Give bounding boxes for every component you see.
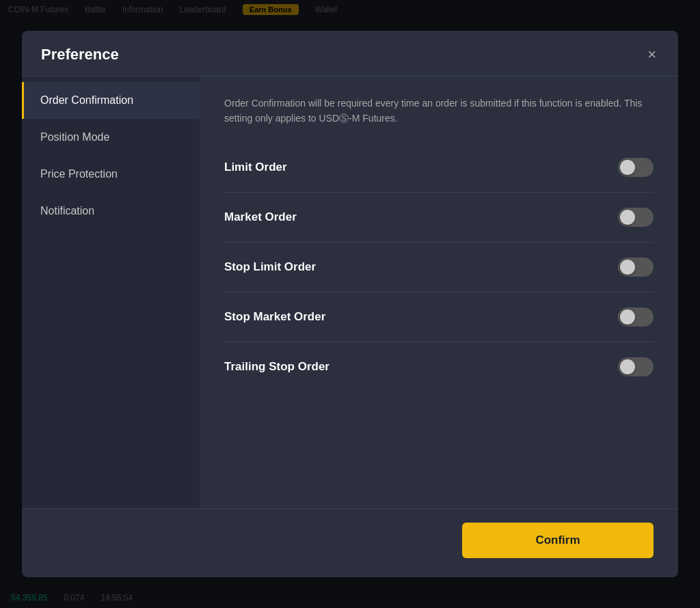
toggle-label-limit-order: Limit Order (224, 161, 287, 174)
sidebar-item-order-confirmation[interactable]: Order Confirmation (22, 82, 200, 119)
toggle-thumb (620, 309, 635, 324)
preference-modal: Preference × Order Confirmation Position… (22, 31, 678, 577)
modal-footer: Confirm (22, 508, 678, 577)
toggle-row-stop-market-order: Stop Market Order (224, 292, 654, 342)
toggle-stop-market-order[interactable] (618, 307, 654, 327)
toggle-row-market-order: Market Order (224, 193, 654, 243)
sidebar-item-price-protection[interactable]: Price Protection (22, 156, 200, 193)
modal-title: Preference (41, 46, 119, 64)
toggle-thumb (620, 260, 635, 275)
sidebar-item-label: Price Protection (40, 168, 118, 180)
toggle-row-stop-limit-order: Stop Limit Order (224, 243, 654, 292)
toggle-label-stop-market-order: Stop Market Order (224, 310, 325, 324)
toggle-thumb (620, 160, 635, 175)
toggle-row-trailing-stop-order: Trailing Stop Order (224, 342, 654, 391)
modal-body: Order Confirmation Position Mode Price P… (22, 77, 678, 508)
preference-sidebar: Order Confirmation Position Mode Price P… (22, 77, 200, 508)
toggle-thumb (620, 210, 635, 225)
sidebar-item-label: Notification (40, 205, 94, 217)
toggle-thumb (620, 359, 635, 374)
toggle-trailing-stop-order[interactable] (618, 357, 654, 376)
sidebar-item-position-mode[interactable]: Position Mode (22, 119, 200, 156)
toggle-limit-order[interactable] (618, 158, 654, 177)
confirm-button[interactable]: Confirm (462, 523, 654, 558)
toggle-label-market-order: Market Order (224, 210, 297, 224)
toggle-stop-limit-order[interactable] (618, 258, 654, 277)
sidebar-item-label: Order Confirmation (40, 94, 133, 106)
sidebar-item-notification[interactable]: Notification (22, 193, 200, 230)
modal-header: Preference × (22, 31, 678, 77)
toggle-market-order[interactable] (618, 208, 654, 227)
toggle-label-trailing-stop-order: Trailing Stop Order (224, 360, 329, 374)
toggle-label-stop-limit-order: Stop Limit Order (224, 260, 316, 274)
toggle-row-limit-order: Limit Order (224, 143, 654, 193)
content-area: Order Confirmation will be required ever… (200, 77, 678, 508)
content-description: Order Confirmation will be required ever… (224, 96, 654, 126)
modal-close-button[interactable]: × (645, 44, 659, 65)
sidebar-item-label: Position Mode (40, 131, 109, 143)
